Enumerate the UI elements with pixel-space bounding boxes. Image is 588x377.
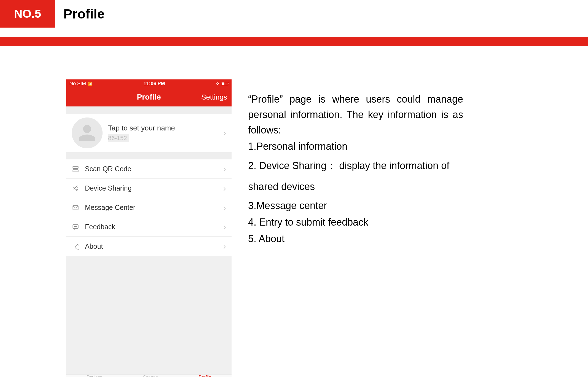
tab-profile[interactable]: Profile	[199, 375, 211, 377]
settings-button[interactable]: Settings	[201, 93, 227, 101]
desc-item: 3.Message center	[248, 198, 463, 213]
svg-rect-12	[75, 244, 79, 250]
section-number-badge: NO.5	[0, 0, 55, 28]
profile-phone-number: 86-152	[108, 134, 129, 142]
tab-scenes[interactable]: Scenes	[143, 375, 158, 377]
svg-point-9	[74, 226, 74, 226]
menu-label: Message Center	[85, 204, 218, 212]
menu-item-feedback[interactable]: Feedback ›	[66, 217, 232, 237]
desc-item: 4. Entry to submit feedback	[248, 215, 463, 230]
profile-name-prompt: Tap to set your name	[108, 124, 218, 132]
chevron-right-icon: ›	[223, 222, 226, 232]
chevron-right-icon: ›	[223, 128, 226, 138]
svg-point-4	[77, 189, 78, 191]
doc-header: NO.5 Profile	[0, 0, 588, 28]
svg-line-5	[74, 187, 77, 188]
nav-bar: Profile Settings	[66, 88, 232, 106]
description-block: “Profile” page is where users could mana…	[248, 79, 463, 377]
orientation-lock-icon: ⟳	[216, 81, 219, 86]
svg-rect-0	[73, 166, 78, 169]
carrier-label: No SIM	[69, 81, 86, 87]
phone-mockup: No SIM 11:06 PM ⟳ Profile Settings Tap t…	[66, 79, 232, 377]
chevron-right-icon: ›	[223, 164, 226, 174]
svg-line-6	[74, 189, 77, 190]
about-icon	[72, 243, 79, 250]
person-icon	[77, 123, 97, 143]
svg-point-10	[75, 226, 76, 226]
section-title: Profile	[55, 0, 104, 28]
nav-title: Profile	[137, 93, 161, 101]
svg-point-11	[77, 226, 77, 226]
intro-text: “Profile” page is where users could mana…	[248, 92, 463, 138]
section-gap	[66, 106, 232, 114]
chevron-right-icon: ›	[223, 203, 226, 212]
settings-list: Scan QR Code › Device Sharing › Message …	[66, 159, 232, 256]
content-area: No SIM 11:06 PM ⟳ Profile Settings Tap t…	[0, 46, 588, 377]
section-gap	[66, 152, 232, 159]
profile-card[interactable]: Tap to set your name 86-152 ›	[66, 114, 232, 152]
status-bar: No SIM 11:06 PM ⟳	[66, 79, 232, 88]
svg-point-3	[77, 186, 78, 187]
tab-devices[interactable]: Devices	[87, 375, 102, 377]
menu-label: Device Sharing	[85, 184, 218, 192]
share-icon	[72, 185, 79, 192]
desc-item: 2. Device Sharing： display the informati…	[248, 155, 463, 197]
desc-item: 5. About	[248, 231, 463, 247]
horizontal-accent-bar	[0, 37, 588, 46]
menu-item-device-sharing[interactable]: Device Sharing ›	[66, 179, 232, 198]
qr-icon	[72, 165, 79, 173]
menu-item-about[interactable]: About ›	[66, 237, 232, 256]
svg-rect-1	[73, 170, 78, 172]
menu-label: Scan QR Code	[85, 165, 218, 173]
bottom-tab-bar: Devices Scenes Profile	[66, 375, 232, 377]
menu-label: About	[85, 242, 218, 250]
desc-item: 1.Personal information	[248, 139, 463, 154]
clock-label: 11:06 PM	[143, 81, 165, 87]
svg-point-2	[73, 188, 74, 189]
menu-item-scan-qr[interactable]: Scan QR Code ›	[66, 159, 232, 179]
mail-icon	[72, 204, 79, 211]
chevron-right-icon: ›	[223, 184, 226, 193]
feedback-icon	[72, 223, 79, 231]
chevron-right-icon: ›	[223, 242, 226, 251]
menu-label: Feedback	[85, 223, 218, 231]
svg-rect-7	[73, 205, 78, 210]
avatar	[72, 117, 103, 148]
menu-item-message-center[interactable]: Message Center ›	[66, 198, 232, 217]
wifi-icon	[88, 81, 92, 87]
battery-icon	[221, 82, 228, 85]
